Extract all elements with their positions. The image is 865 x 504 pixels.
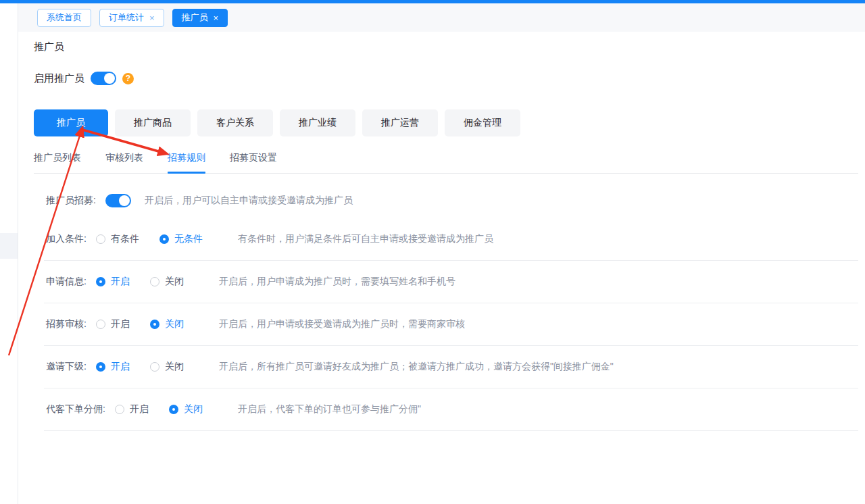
module-tab-promoter[interactable]: 推广员: [34, 109, 108, 136]
subtab-review-list[interactable]: 审核列表: [105, 152, 143, 173]
setting-row-join-condition: 加入条件: 有条件 无条件 有条件时，用户满足条件后可自主申请或接受邀请成为推广…: [44, 218, 858, 261]
subtab-promoter-list[interactable]: 推广员列表: [34, 152, 81, 173]
collapsed-sidebar: [0, 3, 18, 504]
setting-label: 招募审核:: [46, 318, 86, 330]
module-tab-performance[interactable]: 推广业绩: [280, 109, 355, 136]
recruit-toggle[interactable]: [105, 194, 131, 207]
radio-invite-on[interactable]: 开启: [96, 361, 130, 373]
subtab-recruit-page-setup[interactable]: 招募页设置: [230, 152, 277, 173]
module-tab-customers[interactable]: 客户关系: [197, 109, 273, 136]
radio-icon: [96, 362, 105, 372]
module-tab-operations[interactable]: 推广运营: [362, 109, 438, 136]
setting-label: 加入条件:: [46, 233, 86, 245]
radio-invite-off[interactable]: 关闭: [150, 361, 184, 373]
radio-review-on[interactable]: 开启: [96, 318, 130, 330]
recruit-rules-panel: 推广员招募: 开启后，用户可以自主申请或接受邀请成为推广员 加入条件: 有条件 …: [44, 174, 858, 431]
setting-row-proxy-order-commission: 代客下单分佣: 开启 关闭 开启后，代客下单的订单也可参与推广分佣": [44, 388, 858, 431]
tab-promoter[interactable]: 推广员 ×: [172, 9, 228, 27]
radio-icon: [169, 405, 178, 414]
setting-description: 开启后，代客下单的订单也可参与推广分佣": [238, 403, 421, 415]
radio-icon: [150, 320, 159, 329]
setting-label: 推广员招募:: [46, 195, 96, 207]
radio-icon: [150, 362, 159, 372]
sidebar-highlight: [0, 233, 18, 259]
open-tabs-bar: 系统首页 订单统计 × 推广员 ×: [18, 3, 865, 32]
setting-description: 开启后，用户可以自主申请或接受邀请成为推广员: [145, 195, 353, 207]
setting-row-recruit-switch: 推广员招募: 开启后，用户可以自主申请或接受邀请成为推广员: [44, 183, 858, 218]
radio-icon: [96, 320, 105, 329]
radio-proxy-on[interactable]: 开启: [115, 403, 149, 415]
setting-row-invite-subordinate: 邀请下级: 开启 关闭 开启后，所有推广员可邀请好友成为推广员；被邀请方推广成功…: [44, 346, 858, 388]
setting-description: 开启后，用户申请或接受邀请成为推广员时，需要商家审核: [219, 318, 465, 330]
setting-label: 申请信息:: [46, 276, 86, 288]
setting-row-recruit-review: 招募审核: 开启 关闭 开启后，用户申请或接受邀请成为推广员时，需要商家审核: [44, 303, 858, 346]
setting-row-apply-info: 申请信息: 开启 关闭 开启后，用户申请成为推广员时，需要填写姓名和手机号: [44, 261, 858, 303]
radio-apply-info-on[interactable]: 开启: [96, 276, 130, 288]
close-icon[interactable]: ×: [214, 14, 219, 22]
radio-icon: [159, 234, 169, 244]
setting-description: 开启后，用户申请成为推广员时，需要填写姓名和手机号: [219, 276, 455, 288]
radio-apply-info-off[interactable]: 关闭: [150, 276, 184, 288]
radio-icon: [96, 277, 105, 286]
tab-label: 推广员: [182, 11, 208, 24]
tab-system-home[interactable]: 系统首页: [37, 9, 91, 27]
toggle-knob: [119, 195, 130, 206]
radio-review-off[interactable]: 关闭: [150, 318, 184, 330]
sub-tab-group: 推广员列表 审核列表 招募规则 招募页设置: [34, 152, 858, 174]
radio-conditional[interactable]: 有条件: [96, 233, 139, 245]
enable-promoter-label: 启用推广员: [34, 72, 84, 85]
enable-promoter-toggle[interactable]: [91, 72, 116, 85]
tab-label: 订单统计: [109, 11, 144, 24]
setting-label: 邀请下级:: [46, 361, 86, 373]
toggle-knob: [104, 73, 115, 84]
radio-icon: [96, 234, 105, 244]
module-tab-group: 推广员 推广商品 客户关系 推广业绩 推广运营 佣金管理: [34, 109, 865, 136]
tab-order-stats[interactable]: 订单统计 ×: [99, 9, 164, 27]
page-title: 推广员: [34, 41, 865, 53]
radio-unconditional[interactable]: 无条件: [159, 233, 203, 245]
setting-description: 有条件时，用户满足条件后可自主申请或接受邀请成为推广员: [238, 233, 493, 245]
module-tab-commission[interactable]: 佣金管理: [445, 109, 520, 136]
setting-label: 代客下单分佣:: [46, 403, 105, 415]
close-icon[interactable]: ×: [149, 14, 155, 22]
subtab-recruit-rules[interactable]: 招募规则: [168, 152, 205, 173]
help-icon[interactable]: ?: [122, 73, 134, 84]
setting-description: 开启后，所有推广员可邀请好友成为推广员；被邀请方推广成功，邀请方会获得"间接推广…: [219, 361, 614, 373]
radio-icon: [150, 277, 159, 286]
tab-label: 系统首页: [47, 11, 82, 24]
radio-icon: [115, 405, 124, 414]
module-tab-products[interactable]: 推广商品: [115, 109, 191, 136]
radio-proxy-off[interactable]: 关闭: [169, 403, 203, 415]
